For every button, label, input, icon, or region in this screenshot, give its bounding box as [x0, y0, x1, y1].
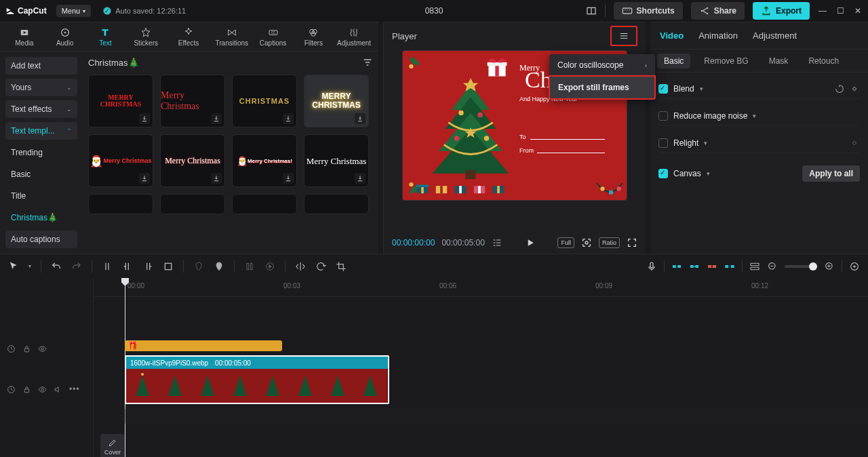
- download-icon[interactable]: [211, 113, 222, 124]
- lock-icon[interactable]: [22, 344, 31, 353]
- menu-export-still-frames[interactable]: Export still frames: [549, 75, 656, 100]
- chevron-down-icon[interactable]: ▾: [28, 263, 31, 269]
- checkbox-canvas[interactable]: [658, 169, 668, 178]
- template-thumb[interactable]: Merry Christmas: [304, 134, 369, 187]
- zoom-slider[interactable]: [785, 265, 817, 268]
- window-minimize-icon[interactable]: —: [818, 6, 827, 16]
- track-settings-icon[interactable]: [749, 261, 760, 272]
- subtab-retouch[interactable]: Retouch: [802, 54, 846, 68]
- undo-icon[interactable]: [51, 261, 62, 272]
- player-menu-button[interactable]: [610, 26, 637, 46]
- apply-to-all-button[interactable]: Apply to all: [802, 165, 860, 182]
- fullscreen-icon[interactable]: [627, 237, 637, 248]
- template-thumb[interactable]: [160, 194, 225, 214]
- shortcuts-button[interactable]: Shortcuts: [614, 2, 683, 20]
- module-transitions[interactable]: Transitions: [211, 22, 253, 51]
- text-strip[interactable]: 🎁: [125, 340, 282, 353]
- template-thumb[interactable]: [88, 194, 153, 214]
- window-maximize-icon[interactable]: ☐: [835, 6, 845, 16]
- list-icon[interactable]: [492, 237, 502, 248]
- download-icon[interactable]: [139, 113, 150, 124]
- template-thumb[interactable]: Merry Christmas: [160, 75, 225, 127]
- chevron-down-icon[interactable]: ▾: [707, 170, 710, 177]
- filter-icon[interactable]: [362, 57, 373, 68]
- share-button[interactable]: Share: [691, 2, 745, 20]
- template-thumb[interactable]: MERRY CHRISTMAS: [304, 75, 369, 127]
- reverse-icon[interactable]: [264, 261, 275, 272]
- trim-left-icon[interactable]: [122, 261, 133, 272]
- module-media[interactable]: Media: [4, 22, 45, 51]
- module-adjustment[interactable]: Adjustment: [334, 22, 374, 51]
- timeline-ruler[interactable]: 00:00 00:03 00:06 00:09 00:12: [94, 278, 868, 297]
- download-icon[interactable]: [211, 173, 222, 184]
- tab-animation[interactable]: Animation: [698, 31, 738, 41]
- module-captions[interactable]: CCCaptions: [253, 22, 294, 51]
- rotate-icon[interactable]: [315, 261, 326, 272]
- module-audio[interactable]: Audio: [45, 22, 85, 51]
- pointer-icon[interactable]: [8, 261, 19, 272]
- zoom-in-icon[interactable]: [824, 261, 835, 272]
- sidebar-text-templates[interactable]: Text templ...⌃: [5, 122, 77, 140]
- more-icon[interactable]: •••: [69, 384, 80, 394]
- sidebar-auto-captions[interactable]: Auto captions: [5, 231, 77, 248]
- marker-icon[interactable]: [214, 261, 224, 272]
- window-close-icon[interactable]: ✕: [853, 6, 863, 16]
- layout-icon[interactable]: [586, 5, 597, 16]
- template-thumb[interactable]: CHRISTMAS: [232, 75, 297, 127]
- eye-icon[interactable]: [38, 385, 47, 394]
- module-text[interactable]: Text: [85, 22, 126, 51]
- eye-icon[interactable]: [38, 344, 47, 353]
- mic-icon[interactable]: [646, 261, 657, 272]
- audio-track-placeholder[interactable]: [125, 408, 868, 424]
- clock-icon[interactable]: [7, 385, 16, 394]
- tab-adjustment[interactable]: Adjustment: [753, 31, 797, 41]
- subtab-remove-bg[interactable]: Remove BG: [697, 54, 755, 68]
- ratio-button[interactable]: Ratio: [599, 237, 620, 248]
- freeze-icon[interactable]: [244, 261, 255, 272]
- module-filters[interactable]: Filters: [293, 22, 334, 51]
- redo-icon[interactable]: [71, 261, 82, 272]
- keyframe-icon[interactable]: [849, 83, 860, 94]
- sidebar-christmas[interactable]: Christmas🎄: [5, 209, 77, 226]
- marker-out-icon[interactable]: [193, 261, 204, 272]
- chevron-down-icon[interactable]: ▾: [700, 85, 703, 92]
- magnet-snap-icon[interactable]: [707, 261, 717, 272]
- crop-icon[interactable]: [336, 261, 347, 272]
- checkbox-blend[interactable]: [658, 84, 668, 94]
- download-icon[interactable]: [139, 173, 150, 184]
- template-thumb[interactable]: 🎅Merry Christmas: [88, 134, 153, 187]
- template-thumb[interactable]: [304, 194, 369, 214]
- download-icon[interactable]: [355, 113, 366, 124]
- zoom-fit-icon[interactable]: [849, 261, 860, 272]
- template-thumb[interactable]: [232, 194, 297, 214]
- export-button[interactable]: Export: [753, 2, 810, 20]
- menu-button[interactable]: Menu ▾: [56, 5, 92, 17]
- sidebar-basic[interactable]: Basic: [5, 165, 77, 183]
- sidebar-title[interactable]: Title: [5, 187, 77, 205]
- download-icon[interactable]: [283, 113, 294, 124]
- module-effects[interactable]: Effects: [166, 22, 211, 51]
- subtab-mask[interactable]: Mask: [762, 54, 795, 68]
- split-icon[interactable]: [102, 261, 113, 272]
- magnet-main-icon[interactable]: [671, 261, 682, 272]
- sidebar-trending[interactable]: Trending: [5, 144, 77, 161]
- chevron-down-icon[interactable]: ▾: [753, 113, 756, 119]
- sidebar-yours[interactable]: Yours⌄: [5, 79, 77, 96]
- play-icon[interactable]: [525, 237, 536, 248]
- checkbox-relight[interactable]: [658, 138, 668, 148]
- mirror-icon[interactable]: [295, 261, 306, 272]
- menu-color-oscilloscope[interactable]: Color oscilloscope ›: [549, 54, 655, 76]
- module-stickers[interactable]: Stickers: [125, 22, 166, 51]
- template-thumb[interactable]: Merry Christmas: [160, 134, 225, 187]
- magnet-preview-icon[interactable]: [724, 261, 735, 272]
- lock-icon[interactable]: [22, 385, 31, 394]
- checkbox-reduce-noise[interactable]: [658, 111, 668, 121]
- full-button[interactable]: Full: [557, 237, 574, 248]
- zoom-out-icon[interactable]: [767, 261, 778, 272]
- timeline-body[interactable]: 00:00 00:03 00:06 00:09 00:12 🎁 1600w-it…: [94, 278, 868, 457]
- template-thumb[interactable]: 🎅Merry Christmas!: [232, 134, 297, 187]
- scan-icon[interactable]: [581, 237, 592, 248]
- tab-video[interactable]: Video: [660, 31, 684, 41]
- subtab-basic[interactable]: Basic: [657, 54, 690, 68]
- mute-icon[interactable]: [54, 385, 62, 394]
